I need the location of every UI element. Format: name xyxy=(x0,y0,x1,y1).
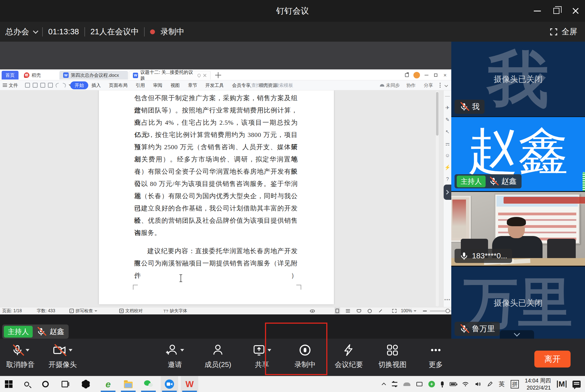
fullscreen-button[interactable]: 全屏 xyxy=(550,22,577,42)
ribbon-tab-start[interactable]: 开始 xyxy=(70,80,88,90)
ribbon-menu-item[interactable]: 审阅 xyxy=(153,82,162,88)
switch-view-button[interactable]: 切换视图 xyxy=(372,343,413,373)
scrollbar-thumb[interactable] xyxy=(436,92,438,136)
command-search[interactable]: 查找命令、搜索模板 xyxy=(246,80,293,90)
wps-minimize-button[interactable] xyxy=(422,72,431,79)
cortana-button[interactable] xyxy=(37,376,54,392)
unmute-button[interactable]: 取消静音 xyxy=(0,343,41,373)
zoom-out-button[interactable] xyxy=(423,307,427,314)
ribbon-menu-item[interactable]: 插入 xyxy=(92,82,101,88)
quick-access-toolbar[interactable] xyxy=(25,80,71,90)
taskbar-clock[interactable]: 14:04 周四 2022/4/21 xyxy=(525,377,551,391)
participant-tile-video[interactable]: 183****0... xyxy=(451,192,585,266)
tab-close-icon[interactable] xyxy=(203,74,206,77)
undo-icon[interactable] xyxy=(55,83,60,88)
participant-tile-lu[interactable]: 万里 摄像头已关闭 鲁万里 xyxy=(451,267,585,339)
task-view-button[interactable] xyxy=(56,376,74,392)
chevron-down-icon[interactable] xyxy=(180,349,184,351)
pinned-app-button[interactable] xyxy=(77,376,95,392)
pin-icon[interactable] xyxy=(197,73,201,78)
members-button[interactable]: 成员(25) xyxy=(197,343,238,373)
help-icon[interactable]: ? xyxy=(446,176,449,182)
tray-expand-button[interactable] xyxy=(383,383,386,386)
view-web-button[interactable] xyxy=(368,307,372,314)
close-button[interactable] xyxy=(566,0,585,22)
meeting-minutes-button[interactable]: 会议纪要 xyxy=(328,343,369,373)
more-menu-button[interactable] xyxy=(440,80,441,90)
collapse-handle[interactable]: — xyxy=(445,93,450,99)
wps-close-button[interactable]: × xyxy=(441,72,449,79)
edit-pen-icon[interactable]: ✎ xyxy=(445,117,449,123)
cursor-icon[interactable]: ↖ xyxy=(445,129,449,135)
tray-mic-icon[interactable] xyxy=(441,381,444,387)
sticker-icon[interactable]: ☺ xyxy=(445,153,450,158)
tray-cloud-icon[interactable] xyxy=(403,382,410,386)
more-button[interactable]: 更多 xyxy=(415,343,456,373)
tab-document-topic12[interactable]: W 议题十二: 关...接委托的议题 xyxy=(129,71,211,79)
file-explorer-button[interactable] xyxy=(120,376,137,392)
file-menu[interactable]: 文件 xyxy=(3,80,18,90)
browser-button[interactable]: e xyxy=(99,376,117,392)
collapse-ribbon-button[interactable] xyxy=(445,80,447,90)
recording-button[interactable]: 录制中 xyxy=(285,343,325,373)
leave-meeting-button[interactable]: 离开 xyxy=(534,351,571,367)
chevron-down-icon[interactable] xyxy=(26,349,29,351)
sync-status[interactable]: 未同步 xyxy=(380,80,400,90)
account-avatar[interactable] xyxy=(413,72,421,79)
feedback-icon[interactable] xyxy=(572,381,581,388)
tab-document-agenda[interactable]: W 第四次总办会议程.docx xyxy=(59,71,128,79)
tab-home[interactable]: 首页 xyxy=(2,71,19,79)
tab-docer[interactable]: 稻 稻壳 xyxy=(20,71,45,79)
tray-antivirus-icon[interactable]: + xyxy=(428,381,435,387)
language-indicator[interactable]: 英 xyxy=(499,380,505,388)
zoom-level[interactable]: 100% xyxy=(401,307,416,314)
fit-page-button[interactable] xyxy=(392,307,397,314)
share-button[interactable]: 分享 xyxy=(424,80,433,90)
settings-sliders-icon[interactable]: ⚎ xyxy=(445,141,450,147)
camera-on-button[interactable]: 开摄像头 xyxy=(42,343,83,373)
chevron-down-icon[interactable] xyxy=(69,349,72,351)
vertical-scrollbar[interactable] xyxy=(436,91,439,307)
layout-grid-button[interactable] xyxy=(403,72,411,79)
share-screen-button[interactable]: 共享 xyxy=(242,343,282,373)
ribbon-menu-item[interactable]: 引用 xyxy=(136,82,145,88)
new-tab-button[interactable] xyxy=(215,72,221,78)
meeting-name-dropdown[interactable]: 总办会 xyxy=(5,26,37,37)
tray-volume-icon[interactable] xyxy=(475,381,481,387)
chevron-down-icon[interactable] xyxy=(267,349,271,351)
redo-icon[interactable] xyxy=(62,83,66,88)
wps-button[interactable]: W xyxy=(181,376,198,392)
tray-battery-icon[interactable] xyxy=(450,382,456,386)
ribbon-menu-item[interactable]: 页面布局 xyxy=(109,82,127,88)
document-page[interactable]: 包含但不限于制定推广方案，采购方案，销售方案及组建营销团队等）。按照地产行业常规… xyxy=(99,90,334,304)
read-mode-button[interactable] xyxy=(310,307,315,314)
ime-indicator[interactable]: 拼 xyxy=(511,380,519,388)
ink-button[interactable] xyxy=(379,307,382,314)
view-outline-button[interactable] xyxy=(346,307,350,314)
search-button[interactable] xyxy=(18,376,35,392)
panel-scrollbar[interactable] xyxy=(583,172,585,191)
missing-font-warning[interactable]: T? 缺失字体 xyxy=(163,307,187,314)
tray-camera-icon[interactable] xyxy=(416,382,422,386)
tray-wifi-icon[interactable] xyxy=(462,381,469,387)
ribbon-menu-item[interactable]: 章节 xyxy=(188,82,197,88)
view-page-button[interactable] xyxy=(334,307,340,314)
participant-tile-host[interactable]: 赵鑫 主持人 赵鑫 xyxy=(451,117,585,191)
tray-pen-icon[interactable] xyxy=(487,381,493,387)
tray-sliders-icon[interactable] xyxy=(392,382,397,386)
minimize-button[interactable] xyxy=(528,0,547,22)
collapse-participants-button[interactable] xyxy=(444,185,451,200)
ribbon-menu-item[interactable]: 开发工具 xyxy=(205,82,224,88)
tray-m-app-icon[interactable]: M xyxy=(557,381,566,388)
restore-button[interactable] xyxy=(547,0,566,22)
scroll-more-participants-button[interactable] xyxy=(500,330,534,339)
rocket-icon[interactable]: ✈ xyxy=(445,105,449,111)
ribbon-menu-item[interactable]: 视图 xyxy=(170,82,180,88)
spell-check-toggle[interactable]: ✓ 拼写检查 xyxy=(69,307,97,314)
collaborate-button[interactable]: 协作 xyxy=(406,80,416,90)
page-nav-dots[interactable]: ••• xyxy=(444,297,451,302)
start-button[interactable] xyxy=(0,376,17,392)
invite-button[interactable]: 邀请 xyxy=(154,343,195,373)
participant-tile-self[interactable]: 我 摄像头已关闭 我 xyxy=(451,42,585,117)
proofread-button[interactable]: ✕ 文档校对 xyxy=(119,307,143,314)
